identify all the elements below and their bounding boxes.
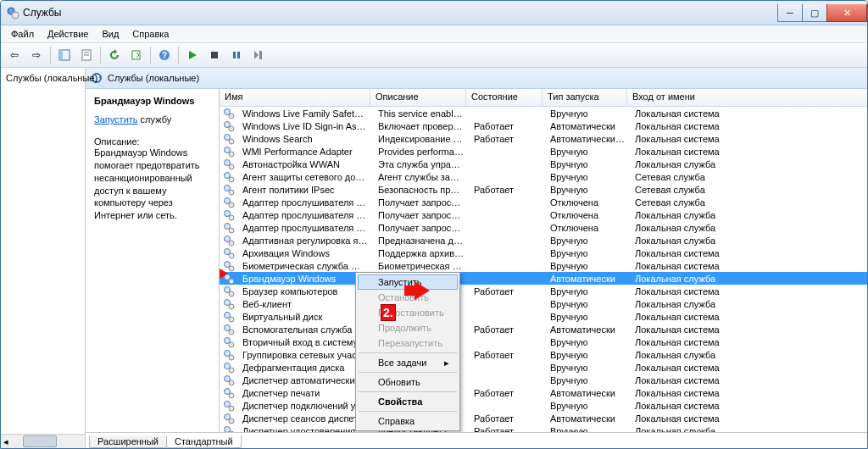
service-row[interactable]: Автонастройка WWANЭта служба управляет .…: [220, 158, 867, 170]
ctx-restart: Перезапустить: [358, 335, 458, 351]
cell-name: Адаптер прослушивателя Net.Msmq: [237, 197, 373, 208]
tab-standard[interactable]: Стандартный: [166, 435, 242, 448]
cell-name: Агент защиты сетевого доступа: [237, 172, 373, 182]
svg-point-38: [229, 253, 234, 258]
cell-logon: Сетевая служба: [630, 185, 867, 195]
annotation-marker-1: 1.: [220, 264, 228, 283]
cell-startup: Автоматически (от...: [545, 134, 630, 144]
tab-extended[interactable]: Расширенный: [89, 435, 167, 448]
maximize-button[interactable]: ▢: [802, 4, 827, 22]
svg-point-60: [229, 393, 234, 398]
service-row[interactable]: Дефрагментация дискаВручнуюЛокальная сис…: [220, 361, 867, 374]
cell-logon: Локальная система: [630, 388, 867, 398]
service-row[interactable]: Веб-клиентВручнуюЛокальная служба: [220, 297, 867, 310]
ctx-refresh[interactable]: Обновить: [358, 374, 458, 390]
svg-point-58: [229, 380, 234, 385]
start-service-button[interactable]: [182, 45, 203, 65]
gear-icon: [223, 222, 235, 234]
service-row[interactable]: Диспетчер подключений удален...ВручнуюЛо…: [220, 399, 867, 412]
col-description[interactable]: Описание: [370, 89, 466, 106]
service-row[interactable]: WMI Performance AdapterProvides performa…: [220, 145, 867, 158]
col-name[interactable]: Имя: [220, 89, 370, 106]
menu-view[interactable]: Вид: [95, 27, 125, 41]
cell-state: Работает: [469, 134, 545, 144]
header-title: Службы (локальные): [108, 73, 199, 83]
svg-point-29: [225, 197, 231, 203]
cell-logon: Локальная служба: [630, 426, 867, 433]
gear-icon: [223, 400, 235, 412]
service-row[interactable]: Группировка сетевых участниковРаботаетВр…: [220, 348, 867, 361]
view-tabs: Расширенный Стандартный: [86, 432, 867, 448]
gear-icon: [223, 133, 235, 145]
service-row[interactable]: Браузер компьютеровРаботаетВручнуюЛокаль…: [220, 285, 867, 297]
service-row[interactable]: Windows SearchИндексирование конт...Рабо…: [220, 132, 867, 145]
service-row[interactable]: Адаптер прослушивателя Net.TcpПолучает з…: [220, 221, 867, 234]
ctx-all-tasks[interactable]: Все задачи▸: [358, 355, 458, 370]
col-state[interactable]: Состояние: [466, 89, 542, 106]
svg-point-51: [225, 337, 231, 343]
service-row[interactable]: Адаптер прослушивателя Net.MsmqПолучает …: [220, 196, 867, 208]
service-row[interactable]: Адаптер прослушивателя Net.PipeПолучает …: [220, 208, 867, 221]
col-logon[interactable]: Вход от имени: [627, 89, 867, 106]
service-row[interactable]: Биометрическая служба WindowsБиометричес…: [220, 259, 867, 272]
cell-logon: Локальная служба: [630, 299, 867, 309]
service-row[interactable]: Архивация WindowsПоддержка архивации...В…: [220, 247, 867, 259]
tree-item-services-local[interactable]: Службы (локальные): [3, 71, 83, 85]
export-button[interactable]: [126, 45, 147, 65]
gear-icon: [223, 108, 235, 119]
service-row[interactable]: Диспетчер печатиРаботаетАвтоматическиЛок…: [220, 386, 867, 399]
cell-name: Биометрическая служба Windows: [237, 261, 373, 271]
cell-desc: Безопасность проток...: [373, 185, 469, 195]
service-row[interactable]: Windows Live ID Sign-in AssistantВключае…: [220, 119, 867, 132]
stop-service-button[interactable]: [204, 45, 225, 65]
show-hide-tree-button[interactable]: [54, 45, 75, 65]
back-button[interactable]: ⇦: [4, 45, 25, 65]
gear-icon: [223, 387, 235, 399]
refresh-button[interactable]: [104, 45, 125, 65]
menu-file[interactable]: Файл: [4, 27, 41, 41]
cell-name: Группировка сетевых участников: [237, 350, 373, 360]
restart-service-button[interactable]: [248, 45, 269, 65]
service-row[interactable]: Виртуальный дискВручнуюЛокальная система: [220, 310, 867, 323]
gear-icon: [223, 146, 235, 158]
cell-logon: Локальная система: [630, 286, 867, 297]
svg-point-55: [225, 363, 231, 369]
close-button[interactable]: ✕: [826, 4, 867, 22]
cell-logon: Сетевая служба: [630, 197, 867, 208]
main-pane: Службы (локальные) Брандмауэр Windows За…: [86, 68, 867, 448]
cell-logon: Локальная служба: [630, 159, 867, 169]
cell-logon: Локальная служба: [630, 210, 867, 220]
service-row[interactable]: Вспомогательная служба IPРаботаетАвтомат…: [220, 323, 867, 335]
service-row[interactable]: Вторичный вход в системуВручнуюЛокальная…: [220, 335, 867, 348]
service-row[interactable]: Агент политики IPsecБезопасность проток.…: [220, 183, 867, 196]
tree-scrollbar[interactable]: ◂: [1, 434, 85, 448]
menu-help[interactable]: Справка: [125, 27, 175, 41]
cell-name: Диспетчер автоматических под...: [237, 375, 373, 385]
pause-service-button[interactable]: [226, 45, 247, 65]
minimize-button[interactable]: ─: [777, 4, 803, 22]
cell-logon: Локальная служба: [630, 274, 867, 284]
cell-desc: Агент службы защиты...: [373, 172, 469, 182]
gear-icon: [223, 209, 235, 221]
col-startup[interactable]: Тип запуска: [542, 89, 627, 106]
menu-action[interactable]: Действие: [41, 27, 95, 41]
ctx-help[interactable]: Справка: [358, 413, 458, 429]
service-row[interactable]: Диспетчер автоматических под...ВручнуюЛо…: [220, 374, 867, 386]
cell-startup: Вручную: [545, 172, 630, 182]
forward-button[interactable]: ⇨: [26, 45, 47, 65]
gear-icon: [223, 247, 235, 259]
service-row[interactable]: Диспетчер сеансов диспетчера ...Работает…: [220, 412, 867, 424]
service-row[interactable]: Агент защиты сетевого доступаАгент служб…: [220, 170, 867, 183]
gear-icon: [223, 413, 235, 424]
service-row[interactable]: Брандмауэр WindowsАвтоматическиЛокальная…: [220, 272, 867, 285]
service-row[interactable]: Адаптивная регулировка яркостиПредназнач…: [220, 234, 867, 247]
svg-point-1: [12, 12, 19, 19]
service-row[interactable]: Диспетчер удостоверения сетев...предоста…: [220, 424, 867, 432]
cell-startup: Автоматически: [545, 121, 630, 131]
run-service-link[interactable]: Запустить: [94, 114, 138, 125]
ctx-properties[interactable]: Свойства: [358, 394, 458, 409]
properties-button[interactable]: [76, 45, 97, 65]
service-row[interactable]: Windows Live Family Safety ServiceThis s…: [220, 107, 867, 119]
cell-desc: Включает проверку п...: [373, 121, 469, 131]
help-button[interactable]: ?: [154, 45, 175, 65]
